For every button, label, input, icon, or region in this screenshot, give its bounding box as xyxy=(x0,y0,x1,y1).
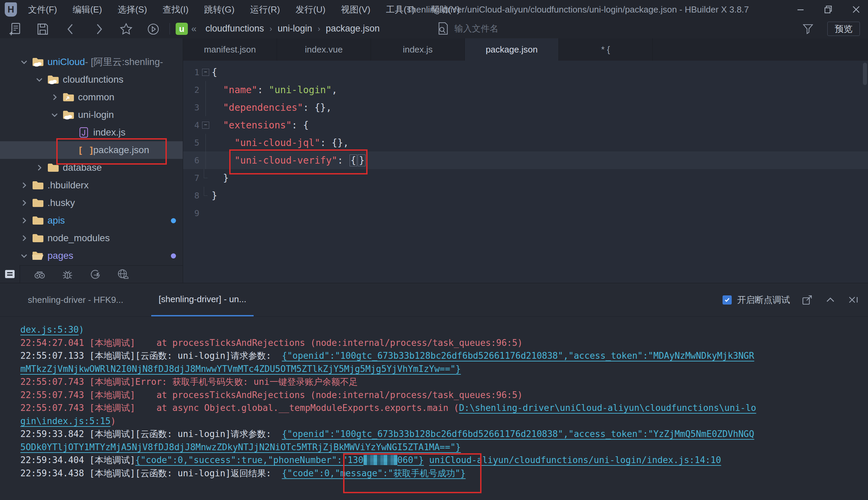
log-link[interactable]: uniCloud-aliyun/cloudfunctions/uni-login… xyxy=(429,455,721,465)
line-number: 6 xyxy=(183,156,199,165)
tree-item-database[interactable]: database xyxy=(0,159,183,177)
code-line-9[interactable]: 9 xyxy=(183,204,868,222)
menu-item-v[interactable]: 视图(V) xyxy=(333,0,378,19)
chevron-right-icon xyxy=(50,93,63,102)
tree-item-uni-login[interactable]: uni-login xyxy=(0,106,183,124)
tab-manifest-json[interactable]: manifest.json xyxy=(183,38,277,61)
editor-scrollbar[interactable] xyxy=(863,62,867,85)
code-line-1[interactable]: 1−{ xyxy=(183,63,868,81)
file-search xyxy=(437,22,668,35)
menu-item-r[interactable]: 运行(R) xyxy=(243,0,288,19)
close-icon[interactable] xyxy=(851,4,861,14)
tab-[interactable]: * { xyxy=(559,38,653,61)
log-line-4: mMTkzZjVmNjkwOWRlN2I0NjN8fDJ8djJ8MnwwYTV… xyxy=(20,363,868,376)
tab-package-json[interactable]: package.json xyxy=(465,38,559,61)
code-line-3[interactable]: 3 "dependencies": {}, xyxy=(183,99,868,116)
log-text: 22:54:27.041 [本地调试] at processTicksAndRe… xyxy=(20,338,523,348)
breadcrumb-item-package-json[interactable]: package.json xyxy=(324,23,382,34)
debug-panel-icon[interactable] xyxy=(62,268,74,281)
tree-item-package-json[interactable]: [ ]package.json xyxy=(0,141,183,159)
code-line-6[interactable]: 6 "uni-cloud-verify": {} xyxy=(183,151,868,169)
code-text: } xyxy=(212,190,217,201)
log-text: 22:59:33.842 [本地调试][云函数: uni-login]请求参数: xyxy=(20,429,282,439)
toolbar: u « cloudfunctions›uni-login›package.jso… xyxy=(0,19,868,38)
console-tab-shenling-driver-un[interactable]: [shenling-driver] - un... xyxy=(151,283,254,316)
restore-icon[interactable] xyxy=(823,4,833,14)
sync-panel-icon[interactable] xyxy=(89,268,101,281)
log-line-6: 22:55:07.743 [本地调试] at processTicksAndRe… xyxy=(20,388,868,402)
fold-minus-icon[interactable]: − xyxy=(202,122,209,129)
tree-item-husky[interactable]: .husky xyxy=(0,194,183,212)
tree-item-apis[interactable]: apis xyxy=(0,212,183,229)
log-link[interactable]: 5ODk0YTljOTY1MTYzMjA5NjV8fDJ8djJ8MnwzZDk… xyxy=(20,442,461,452)
console-tab-shenling-driver-hfk9[interactable]: shenling-driver - HFK9... xyxy=(20,283,131,316)
code-line-2[interactable]: 2 "name": "uni-login", xyxy=(183,81,868,99)
new-file-icon[interactable] xyxy=(9,22,22,36)
chevron-down-icon xyxy=(20,251,32,260)
tab-index-vue[interactable]: index.vue xyxy=(277,38,371,61)
log-link[interactable]: gin\index.js:5:15 xyxy=(20,416,111,426)
search-input[interactable] xyxy=(454,23,645,34)
breadcrumb-item-uni-login[interactable]: uni-login xyxy=(276,23,314,34)
preview-button[interactable]: 预览 xyxy=(827,22,860,36)
menu-item-i[interactable]: 查找(I) xyxy=(155,0,197,19)
close-console-icon[interactable] xyxy=(848,294,859,306)
log-link[interactable]: dex.js:5:30 xyxy=(20,325,79,335)
json-punct xyxy=(212,84,223,95)
files-panel-icon[interactable] xyxy=(0,265,20,283)
code-line-5[interactable]: 5 "uni-cloud-jql": {}, xyxy=(183,134,868,151)
json-punct: : xyxy=(337,155,349,166)
search-panel-icon[interactable] xyxy=(34,268,46,281)
tree-item-pages[interactable]: pages xyxy=(0,247,183,264)
fold-minus-icon[interactable]: − xyxy=(202,69,209,76)
menu-item-g[interactable]: 跳转(G) xyxy=(196,0,243,19)
chevron-right-icon xyxy=(35,163,47,172)
menu-item-f[interactable]: 文件(F) xyxy=(20,0,65,19)
tree-item-common[interactable]: common xyxy=(0,88,183,106)
log-link[interactable]: D:\shenling-driver\uniCloud-aliyun\cloud… xyxy=(459,403,756,413)
log-link[interactable]: {"openid":"100gtc_673b33b128bc26df6bd526… xyxy=(282,429,754,439)
run-icon[interactable] xyxy=(146,22,160,36)
tree-item-cloudfunctions[interactable]: cloudfunctions xyxy=(0,71,183,88)
open-in-window-icon[interactable] xyxy=(802,294,813,306)
fold-guide xyxy=(199,99,212,116)
console-controls: 开启断点调试 xyxy=(723,283,859,316)
change-indicator-dot xyxy=(171,253,176,259)
menu-item-s[interactable]: 选择(S) xyxy=(110,0,155,19)
code-text: { xyxy=(212,67,217,78)
tree-item-unicloud[interactable]: uniCloud - [阿里云:shenling- xyxy=(0,53,183,71)
code-line-4[interactable]: 4− "extensions": { xyxy=(183,116,868,134)
chevron-right-icon: › xyxy=(314,24,324,34)
json-punct: } xyxy=(358,155,366,166)
web-panel-icon[interactable] xyxy=(117,268,129,281)
minimize-icon[interactable] xyxy=(795,4,805,14)
save-icon[interactable] xyxy=(36,22,49,36)
log-link[interactable]: {"code":0,"message":"获取手机号成功"} xyxy=(282,468,466,478)
favorite-star-icon[interactable] xyxy=(119,22,133,36)
hbuilderx-window: H 文件(F)编辑(E)选择(S)查找(I)跳转(G)运行(R)发行(U)视图(… xyxy=(0,0,868,500)
log-link[interactable]: {"openid":"100gtc_673b33b128bc26df6bd526… xyxy=(282,351,754,361)
tab-index-js[interactable]: index.js xyxy=(371,38,465,61)
code-text: "dependencies": {}, xyxy=(212,102,332,113)
chevron-right-icon xyxy=(20,234,32,242)
code-area[interactable]: 1−{2 "name": "uni-login",3 "dependencies… xyxy=(183,61,868,283)
filter-funnel-icon[interactable] xyxy=(802,23,814,35)
log-link[interactable]: 060"} xyxy=(397,455,424,465)
breakpoint-checkbox[interactable] xyxy=(723,295,732,305)
code-line-7[interactable]: 7 } xyxy=(183,169,868,187)
breadcrumb-collapse-icon[interactable]: « xyxy=(191,19,197,38)
log-link[interactable]: {"code":0,"success":true,"phoneNumber":"… xyxy=(135,455,364,465)
tree-item-node-modules[interactable]: node_modules xyxy=(0,229,183,247)
main-area: uniCloud - [阿里云:shenling-cloudfunctionsc… xyxy=(0,38,868,283)
forward-icon[interactable] xyxy=(92,22,106,36)
code-line-8[interactable]: 8} xyxy=(183,187,868,204)
tree-item-index-js[interactable]: index.js xyxy=(0,124,183,141)
collapse-panel-icon[interactable] xyxy=(825,294,836,306)
log-link[interactable]: mMTkzZjVmNjkwOWRlN2I0NjN8fDJ8djJ8MnwwYTV… xyxy=(20,364,461,374)
menu-item-u[interactable]: 发行(U) xyxy=(288,0,333,19)
breadcrumb-item-cloudfunctions[interactable]: cloudfunctions xyxy=(203,23,266,34)
menu-item-e[interactable]: 编辑(E) xyxy=(65,0,110,19)
cloud-folder-icon xyxy=(32,57,47,67)
tree-item-hbuilderx[interactable]: .hbuilderx xyxy=(0,177,183,194)
back-icon[interactable] xyxy=(64,22,77,36)
